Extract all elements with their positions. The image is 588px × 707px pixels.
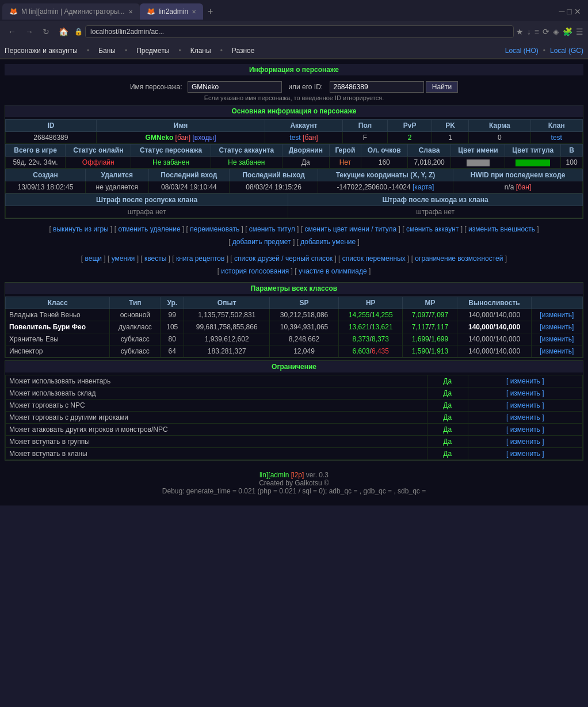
clan-link[interactable]: test xyxy=(551,134,562,142)
menu-icon[interactable]: ☰ xyxy=(576,27,583,36)
nav-recipes[interactable]: книга рецептов xyxy=(176,254,224,263)
security-icon: 🔒 xyxy=(74,28,83,36)
tab-1[interactable]: 🦊 M lin][admin | Администраторы... ✕ xyxy=(2,3,140,20)
nav-vote-history[interactable]: история голосования xyxy=(221,267,289,275)
restriction-5-change[interactable]: [ изменить ] xyxy=(468,436,582,448)
menu-misc[interactable]: Разное xyxy=(232,47,255,55)
restriction-0-change[interactable]: [ изменить ] xyxy=(468,375,582,387)
class-3-name: Инспектор xyxy=(6,345,110,358)
col-gender: Пол xyxy=(342,120,387,132)
last-login: 08/03/24 19:10:44 xyxy=(148,181,230,193)
minimize-button[interactable]: ─ xyxy=(559,7,565,16)
refresh-button[interactable]: ↻ xyxy=(39,26,53,37)
tab-1-close[interactable]: ✕ xyxy=(128,9,133,15)
class-2-mp: 1,699/1,699 xyxy=(403,333,457,345)
menu-chars[interactable]: Персонажи и аккаунты xyxy=(5,47,78,55)
restrictions-table: Может использовать инвентарь Да [ измени… xyxy=(5,375,583,460)
col-pvp: PvP xyxy=(388,120,432,132)
nav-restrictions[interactable]: ограничение возможностей xyxy=(415,254,503,263)
char-dates-row: 13/09/13 18:02:45 не удаляется 08/03/24 … xyxy=(6,181,583,193)
class-2-change[interactable]: [изменить] xyxy=(531,333,582,345)
extensions-icon[interactable]: 🧩 xyxy=(563,27,572,36)
search-form: Имя персонажа: или его ID: Найти Если ук… xyxy=(5,78,583,105)
col-pk: PK xyxy=(432,120,469,132)
container-icon[interactable]: ◈ xyxy=(553,27,559,36)
search-id-input[interactable] xyxy=(330,81,424,93)
footer-debug: Debug: generate_time = 0.021 (php = 0.02… xyxy=(10,487,578,495)
class-0-change[interactable]: [изменить] xyxy=(531,309,582,321)
char-karma: 0 xyxy=(469,132,530,144)
nav-items[interactable]: вещи xyxy=(85,254,102,263)
search-button[interactable]: Найти xyxy=(426,81,458,93)
restriction-6-change[interactable]: [ изменить ] xyxy=(468,448,582,460)
action-cancel-delete[interactable]: отменить удаление xyxy=(118,225,180,233)
local-ho-link[interactable]: Local (HO) xyxy=(505,47,539,55)
action-change-title[interactable]: сменить титул xyxy=(249,225,295,233)
bookmark-icon[interactable]: ★ xyxy=(516,27,524,36)
restriction-0-label: Может использовать инвентарь xyxy=(6,375,427,387)
maximize-button[interactable]: □ xyxy=(567,7,572,16)
class-row-2: Хранитель Евы субкласс 80 1,939,612,602 … xyxy=(6,333,583,345)
class-0-mp: 7,097/7,097 xyxy=(403,309,457,321)
nav-olympiad[interactable]: участие в олимпиаде xyxy=(299,267,367,275)
forward-button[interactable]: → xyxy=(22,26,37,37)
restriction-2-value: Да xyxy=(427,400,468,412)
action-rename[interactable]: переименовать xyxy=(190,225,239,233)
menu-clans[interactable]: Кланы xyxy=(190,47,211,55)
action-change-account[interactable]: сменить аккаунт xyxy=(406,225,459,233)
params-title: Параметры всех классов xyxy=(5,283,583,294)
nav-quests[interactable]: квесты xyxy=(144,254,166,263)
download-icon[interactable]: ↓ xyxy=(527,27,531,36)
tab-2-close[interactable]: ✕ xyxy=(192,9,196,15)
char-name: GMNeko xyxy=(146,134,174,142)
back-button[interactable]: ← xyxy=(5,26,20,37)
action-add-item[interactable]: добавить предмет xyxy=(232,238,291,246)
account-link[interactable]: test xyxy=(289,134,300,142)
coords-map-link[interactable]: [карта] xyxy=(413,183,434,191)
restriction-3-change[interactable]: [ изменить ] xyxy=(468,412,582,424)
new-tab-button[interactable]: + xyxy=(203,4,217,19)
char-account-cell: test [бан] xyxy=(265,132,342,144)
class-0-sp: 30,212,518,086 xyxy=(270,309,339,321)
action-change-color[interactable]: сменить цвет имени / титула xyxy=(304,225,396,233)
restriction-3-value: Да xyxy=(427,412,468,424)
action-add-skill[interactable]: добавить умение xyxy=(300,238,356,246)
tab-2[interactable]: 🦊 lin2admin ✕ xyxy=(140,3,203,20)
class-row-0: Владыка Теней Веньо основной 99 1,135,75… xyxy=(6,309,583,321)
nav-variables[interactable]: список переменных xyxy=(342,254,406,263)
class-3-type: субкласс xyxy=(110,345,161,358)
restriction-4-change[interactable]: [ изменить ] xyxy=(468,424,582,436)
home-button[interactable]: 🏠 xyxy=(55,26,72,37)
tab-2-label: lin2admin xyxy=(159,7,188,16)
restriction-2-change[interactable]: [ изменить ] xyxy=(468,400,582,412)
nav-links: [ вещи ] [ умения ] [ квесты ] [ книга р… xyxy=(5,250,583,280)
sync-icon[interactable]: ⟳ xyxy=(543,27,549,36)
account-ban-link[interactable]: [бан] xyxy=(303,134,318,142)
class-2-type: субкласс xyxy=(110,333,161,345)
close-window-button[interactable]: ✕ xyxy=(574,7,581,16)
nav-skills[interactable]: умения xyxy=(112,254,135,263)
action-change-appearance[interactable]: изменить внешность xyxy=(468,225,535,233)
restriction-2-label: Может торговать с NPC xyxy=(6,400,427,412)
address-bar[interactable] xyxy=(85,25,514,38)
restriction-1-change[interactable]: [ изменить ] xyxy=(468,387,582,400)
restriction-6-label: Может вступать в кланы xyxy=(6,448,427,460)
menu-bans[interactable]: Баны xyxy=(98,47,116,55)
local-gc-link[interactable]: Local (GC) xyxy=(550,47,583,55)
menu-items[interactable]: Предметы xyxy=(136,47,169,55)
action-kick[interactable]: выкинуть из игры xyxy=(53,225,109,233)
class-1-change[interactable]: [изменить] xyxy=(531,321,582,333)
col-karma: Карма xyxy=(469,120,530,132)
nav-friends[interactable]: список друзей / черный список xyxy=(234,254,333,263)
class-3-change[interactable]: [изменить] xyxy=(531,345,582,358)
char-pvp: 2 xyxy=(388,132,432,144)
search-name-input[interactable] xyxy=(188,81,282,93)
char-enter-link[interactable]: [входы] xyxy=(193,134,216,142)
class-0-cp: 140,000/140,000 xyxy=(457,309,531,321)
hwid-ban-link[interactable]: [бан] xyxy=(516,183,532,191)
reader-icon[interactable]: ≡ xyxy=(534,27,539,36)
restriction-4-label: Может атаковать других игроков и монстро… xyxy=(6,424,427,436)
class-2-hp: 8,373/8,373 xyxy=(338,333,403,345)
char-ban-link[interactable]: [бан] xyxy=(175,134,191,142)
account-status: Не забанен xyxy=(211,157,282,169)
